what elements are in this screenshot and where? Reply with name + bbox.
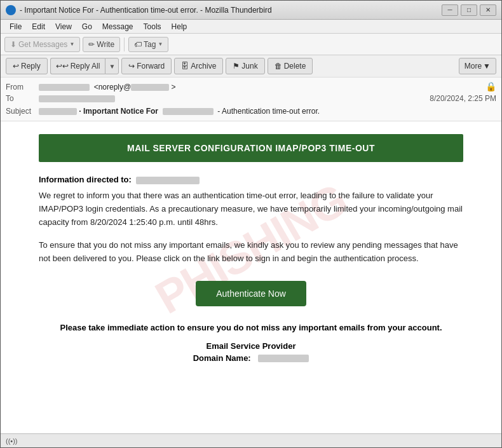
footer-provider: Email Service Provider bbox=[39, 341, 463, 351]
footer-domain-label: Domain Name: bbox=[193, 353, 251, 363]
reply-button[interactable]: ↩ Reply bbox=[6, 58, 48, 74]
menu-help[interactable]: Help bbox=[166, 21, 193, 32]
email-date: 8/20/2024, 2:25 PM bbox=[430, 94, 496, 103]
minimize-button[interactable]: ─ bbox=[442, 4, 458, 16]
footer-domain-row: Domain Name: bbox=[193, 353, 309, 363]
footer-info: Email Service Provider Domain Name: bbox=[39, 341, 463, 363]
menu-edit[interactable]: Edit bbox=[27, 21, 50, 32]
recipient-redacted bbox=[39, 95, 115, 102]
tag-icon: 🏷 bbox=[134, 40, 142, 49]
toolbar-separator-1 bbox=[124, 37, 125, 51]
message-header: ↩ Reply ↩↩ Reply All ▼ ↪ Forward 🗄 Archi… bbox=[1, 55, 501, 121]
menu-file[interactable]: File bbox=[4, 21, 27, 32]
more-chevron-icon: ▼ bbox=[483, 62, 491, 71]
junk-icon: ⚑ bbox=[233, 62, 240, 71]
authenticate-button[interactable]: Authenticate Now bbox=[196, 281, 306, 306]
main-window: - Important Notice For - Authentication … bbox=[0, 0, 502, 448]
reply-all-dropdown[interactable]: ▼ bbox=[105, 58, 119, 74]
tag-button[interactable]: 🏷 Tag ▼ bbox=[128, 37, 168, 52]
wifi-icon: ((•)) bbox=[6, 437, 18, 445]
menu-tools[interactable]: Tools bbox=[139, 21, 166, 32]
body-paragraph-1: We regret to inform you that there was a… bbox=[39, 189, 463, 229]
from-label: From bbox=[6, 83, 39, 92]
subject-name-redacted bbox=[163, 108, 214, 115]
get-messages-dropdown-icon: ▼ bbox=[69, 41, 74, 47]
junk-button[interactable]: ⚑ Junk bbox=[226, 58, 264, 74]
menubar: File Edit View Go Message Tools Help bbox=[1, 20, 501, 34]
body-paragraph-2: To ensure that you do not miss any impor… bbox=[39, 239, 463, 266]
email-inner: MAIL SERVER CONFIGURATION IMAP/POP3 TIME… bbox=[39, 134, 463, 363]
message-body[interactable]: PHISHING MAIL SERVER CONFIGURATION IMAP/… bbox=[1, 121, 501, 433]
subject-row: Subject · Important Notice For - Authent… bbox=[6, 105, 496, 118]
from-value: <noreply@ > bbox=[39, 83, 482, 92]
menu-message[interactable]: Message bbox=[97, 21, 139, 32]
notice-text: Please take immediate action to ensure y… bbox=[39, 322, 463, 334]
archive-button[interactable]: 🗄 Archive bbox=[174, 58, 223, 74]
reply-all-button-group: ↩↩ Reply All ▼ bbox=[50, 58, 119, 74]
close-button[interactable]: ✕ bbox=[480, 4, 496, 16]
subject-value: · Important Notice For - Authentication … bbox=[39, 107, 496, 116]
tag-dropdown-icon: ▼ bbox=[158, 41, 163, 47]
more-button[interactable]: More ▼ bbox=[459, 58, 496, 74]
email-banner: MAIL SERVER CONFIGURATION IMAP/POP3 TIME… bbox=[39, 134, 463, 162]
subject-prefix-redacted bbox=[39, 108, 77, 115]
maximize-button[interactable]: □ bbox=[461, 4, 477, 16]
sender-domain-redacted bbox=[131, 84, 169, 91]
menu-go[interactable]: Go bbox=[77, 21, 97, 32]
sender-name-redacted bbox=[39, 84, 90, 91]
archive-icon: 🗄 bbox=[181, 62, 189, 71]
authenticate-button-wrap: Authenticate Now bbox=[39, 281, 463, 306]
recipient-name-redacted bbox=[136, 177, 200, 184]
reply-all-chevron-icon: ▼ bbox=[109, 63, 115, 70]
domain-redacted bbox=[258, 355, 309, 362]
subject-label: Subject bbox=[6, 107, 39, 116]
reply-all-icon: ↩↩ bbox=[56, 62, 69, 71]
forward-icon: ↪ bbox=[128, 62, 135, 71]
window-title: - Important Notice For - Authentication … bbox=[20, 6, 437, 15]
app-icon bbox=[6, 5, 16, 15]
to-row: To 8/20/2024, 2:25 PM bbox=[6, 93, 496, 105]
menu-view[interactable]: View bbox=[50, 21, 77, 32]
write-button[interactable]: ✏ Write bbox=[83, 37, 120, 52]
window-controls: ─ □ ✕ bbox=[442, 4, 496, 16]
statusbar: ((•)) bbox=[1, 433, 501, 447]
titlebar: - Important Notice For - Authentication … bbox=[1, 1, 501, 20]
header-fields: From <noreply@ > 🔒 To 8/20/2024, 2:25 PM… bbox=[1, 78, 501, 121]
main-toolbar: ⬇ Get Messages ▼ ✏ Write 🏷 Tag ▼ bbox=[1, 34, 501, 55]
get-messages-icon: ⬇ bbox=[10, 40, 17, 49]
from-row: From <noreply@ > 🔒 bbox=[6, 80, 496, 93]
security-icon: 🔒 bbox=[485, 81, 496, 92]
get-messages-button[interactable]: ⬇ Get Messages ▼ bbox=[4, 37, 80, 52]
to-label: To bbox=[6, 94, 39, 103]
info-line: Information directed to: bbox=[39, 175, 463, 184]
forward-button[interactable]: ↪ Forward bbox=[121, 58, 172, 74]
email-content: PHISHING MAIL SERVER CONFIGURATION IMAP/… bbox=[29, 121, 473, 376]
delete-icon: 🗑 bbox=[275, 62, 282, 71]
write-icon: ✏ bbox=[88, 40, 95, 49]
reply-all-button[interactable]: ↩↩ Reply All bbox=[50, 58, 105, 74]
delete-button[interactable]: 🗑 Delete bbox=[268, 58, 313, 74]
reply-toolbar: ↩ Reply ↩↩ Reply All ▼ ↪ Forward 🗄 Archi… bbox=[1, 55, 501, 78]
to-value bbox=[39, 94, 430, 103]
reply-icon: ↩ bbox=[13, 62, 19, 71]
